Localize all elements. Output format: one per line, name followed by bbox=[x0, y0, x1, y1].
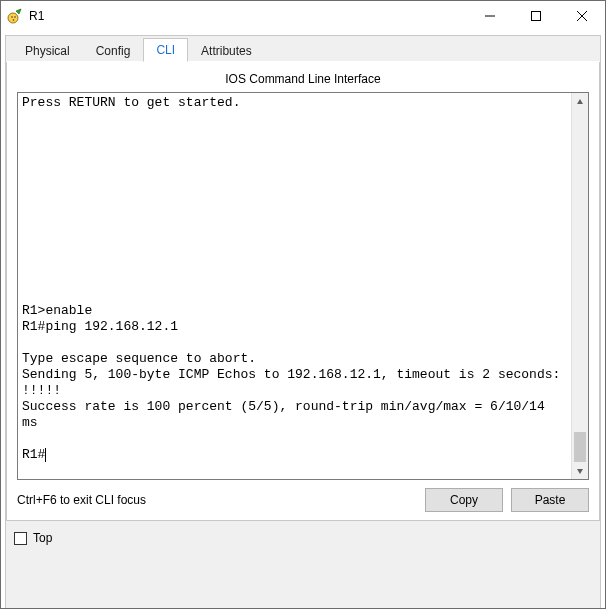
scroll-thumb[interactable] bbox=[574, 432, 586, 462]
app-icon bbox=[7, 8, 23, 24]
terminal-line: !!!!! bbox=[22, 383, 61, 398]
window-title: R1 bbox=[29, 9, 44, 23]
terminal-line bbox=[22, 175, 30, 190]
close-button[interactable] bbox=[559, 1, 605, 31]
terminal-prompt: R1# bbox=[22, 447, 45, 462]
titlebar: R1 bbox=[1, 1, 605, 31]
cli-panel: IOS Command Line Interface Press RETURN … bbox=[6, 62, 600, 521]
svg-point-1 bbox=[11, 16, 13, 18]
terminal-line bbox=[22, 159, 30, 174]
terminal-line bbox=[22, 127, 30, 142]
tab-attributes[interactable]: Attributes bbox=[188, 39, 265, 62]
terminal-line bbox=[22, 255, 30, 270]
svg-marker-9 bbox=[577, 469, 583, 474]
tab-bar: Physical Config CLI Attributes bbox=[6, 36, 600, 62]
terminal-line bbox=[22, 287, 30, 302]
footer: Top bbox=[6, 521, 600, 551]
top-label: Top bbox=[33, 531, 52, 545]
svg-point-3 bbox=[13, 19, 15, 21]
terminal-line: Success rate is 100 percent (5/5), round… bbox=[22, 399, 553, 430]
button-row: Ctrl+F6 to exit CLI focus Copy Paste bbox=[17, 488, 589, 512]
terminal-line bbox=[22, 143, 30, 158]
terminal-line: Type escape sequence to abort. bbox=[22, 351, 256, 366]
terminal-line: Press RETURN to get started. bbox=[22, 95, 240, 110]
top-checkbox[interactable] bbox=[14, 532, 27, 545]
terminal-container: Press RETURN to get started. R1>enable R… bbox=[17, 92, 589, 480]
svg-rect-5 bbox=[532, 12, 541, 21]
panel-title: IOS Command Line Interface bbox=[17, 72, 589, 86]
tab-physical[interactable]: Physical bbox=[12, 39, 83, 62]
svg-point-0 bbox=[8, 13, 18, 23]
tab-config[interactable]: Config bbox=[83, 39, 144, 62]
terminal-line bbox=[22, 239, 30, 254]
window-controls bbox=[467, 1, 605, 31]
terminal-line bbox=[22, 335, 30, 350]
content-frame: Physical Config CLI Attributes IOS Comma… bbox=[5, 35, 601, 609]
minimize-button[interactable] bbox=[467, 1, 513, 31]
tab-cli[interactable]: CLI bbox=[143, 38, 188, 62]
svg-point-2 bbox=[14, 16, 16, 18]
terminal-line bbox=[22, 223, 30, 238]
terminal-line bbox=[22, 431, 30, 446]
terminal-output[interactable]: Press RETURN to get started. R1>enable R… bbox=[18, 93, 571, 479]
terminal-line: R1>enable bbox=[22, 303, 92, 318]
paste-button[interactable]: Paste bbox=[511, 488, 589, 512]
focus-hint: Ctrl+F6 to exit CLI focus bbox=[17, 493, 146, 507]
scroll-track[interactable] bbox=[572, 110, 588, 462]
terminal-line bbox=[22, 111, 30, 126]
svg-marker-8 bbox=[577, 99, 583, 104]
scroll-up-icon[interactable] bbox=[572, 93, 589, 110]
terminal-line: Sending 5, 100-byte ICMP Echos to 192.16… bbox=[22, 367, 560, 382]
terminal-line: R1#ping 192.168.12.1 bbox=[22, 319, 178, 334]
terminal-cursor bbox=[45, 448, 46, 462]
maximize-button[interactable] bbox=[513, 1, 559, 31]
scroll-down-icon[interactable] bbox=[572, 462, 589, 479]
terminal-line bbox=[22, 207, 30, 222]
copy-button[interactable]: Copy bbox=[425, 488, 503, 512]
terminal-line bbox=[22, 191, 30, 206]
terminal-scrollbar[interactable] bbox=[571, 93, 588, 479]
terminal-line bbox=[22, 271, 30, 286]
